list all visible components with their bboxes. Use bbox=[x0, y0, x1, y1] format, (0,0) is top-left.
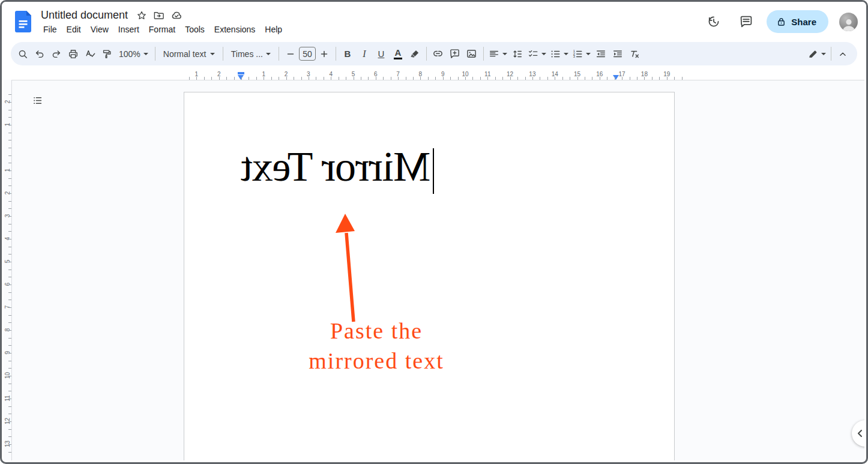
link-icon bbox=[432, 48, 444, 59]
title-block: Untitled document File bbox=[38, 8, 287, 35]
bulleted-list-button[interactable] bbox=[548, 46, 570, 62]
menu-view[interactable]: View bbox=[86, 23, 113, 35]
toolbar: 100% Normal text Times ... 50 B bbox=[11, 42, 857, 65]
vertical-ruler: 1212345678910111213 bbox=[4, 80, 11, 460]
header: Untitled document File bbox=[2, 2, 866, 41]
svg-text:3: 3 bbox=[573, 55, 575, 58]
hide-menus-button[interactable] bbox=[834, 46, 851, 62]
divider bbox=[155, 47, 155, 61]
italic-icon: I bbox=[363, 49, 366, 59]
italic-button[interactable]: I bbox=[356, 46, 373, 62]
annotation-line-2: mirrored text bbox=[262, 346, 490, 376]
align-left-icon bbox=[489, 49, 499, 59]
document-page[interactable]: Mirror Text Paste the mirrored text bbox=[184, 92, 675, 460]
cloud-saved-icon[interactable] bbox=[170, 10, 182, 22]
comment-icon bbox=[739, 14, 753, 29]
chevron-down-icon bbox=[143, 53, 148, 55]
mirrored-document-text[interactable]: Mirror Text bbox=[241, 143, 430, 191]
redo-button[interactable] bbox=[48, 46, 65, 62]
comments-button[interactable] bbox=[734, 10, 758, 34]
text-color-icon: A bbox=[394, 48, 403, 59]
image-icon bbox=[466, 48, 477, 59]
numbered-list-icon: 1 2 3 bbox=[572, 49, 583, 59]
underline-icon: U bbox=[378, 49, 385, 59]
menu-tools[interactable]: Tools bbox=[180, 23, 209, 35]
plus-icon bbox=[320, 50, 328, 58]
decrease-indent-button[interactable] bbox=[592, 46, 609, 62]
menu-bar: File Edit View Insert Format Tools Exten… bbox=[38, 23, 287, 35]
font-value: Times ... bbox=[231, 49, 263, 59]
text-color-button[interactable]: A bbox=[390, 46, 406, 62]
checklist-icon bbox=[528, 49, 538, 59]
checklist-button[interactable] bbox=[526, 46, 548, 62]
highlight-color-button[interactable] bbox=[406, 46, 423, 62]
editing-mode-button[interactable] bbox=[806, 46, 828, 62]
redo-icon bbox=[51, 49, 62, 59]
clear-formatting-button[interactable] bbox=[626, 46, 643, 62]
version-history-button[interactable] bbox=[702, 10, 726, 34]
line-spacing-button[interactable] bbox=[509, 46, 526, 62]
show-outline-button[interactable] bbox=[29, 92, 45, 108]
search-icon bbox=[17, 49, 28, 59]
paint-format-button[interactable] bbox=[98, 46, 115, 62]
document-title[interactable]: Untitled document bbox=[38, 8, 130, 23]
font-family-control[interactable]: Times ... bbox=[226, 46, 276, 62]
menu-help[interactable]: Help bbox=[260, 23, 287, 35]
share-label: Share bbox=[791, 17, 816, 27]
menu-extensions[interactable]: Extensions bbox=[209, 23, 260, 35]
chevron-down-icon bbox=[564, 53, 568, 55]
highlighter-icon bbox=[409, 49, 420, 59]
numbered-list-button[interactable]: 1 2 3 bbox=[570, 46, 592, 62]
side-panel-expand-button[interactable] bbox=[852, 420, 864, 447]
zoom-control[interactable]: 100% bbox=[115, 46, 152, 62]
underline-button[interactable]: U bbox=[373, 46, 390, 62]
print-button[interactable] bbox=[65, 46, 82, 62]
insert-link-button[interactable] bbox=[430, 46, 447, 62]
spellcheck-button[interactable] bbox=[82, 46, 98, 62]
search-menus-button[interactable] bbox=[14, 46, 31, 62]
lock-icon bbox=[776, 17, 786, 27]
text-cursor bbox=[433, 148, 434, 194]
menu-file[interactable]: File bbox=[38, 23, 62, 35]
paint-roller-icon bbox=[101, 49, 112, 59]
move-folder-icon[interactable] bbox=[153, 10, 164, 21]
chevron-down-icon bbox=[586, 53, 591, 55]
divider bbox=[831, 47, 831, 61]
spellcheck-icon bbox=[85, 49, 95, 59]
chevron-down-icon bbox=[210, 53, 215, 55]
insert-image-button[interactable] bbox=[463, 46, 480, 62]
decrease-indent-icon bbox=[595, 49, 606, 59]
docs-logo-icon[interactable] bbox=[15, 11, 31, 32]
right-indent-marker[interactable] bbox=[613, 75, 619, 80]
share-button[interactable]: Share bbox=[767, 10, 828, 33]
undo-button[interactable] bbox=[31, 46, 48, 62]
undo-icon bbox=[34, 49, 45, 59]
increase-font-size-button[interactable] bbox=[316, 46, 333, 62]
chevron-left-icon bbox=[854, 427, 864, 439]
font-size-input[interactable]: 50 bbox=[299, 47, 316, 61]
toolbar-row: 100% Normal text Times ... 50 B bbox=[2, 41, 866, 67]
star-icon[interactable] bbox=[136, 10, 147, 21]
bold-button[interactable]: B bbox=[339, 46, 356, 62]
menu-insert[interactable]: Insert bbox=[113, 23, 144, 35]
styles-value: Normal text bbox=[163, 49, 206, 59]
minus-icon bbox=[286, 50, 295, 58]
annotation-arrow bbox=[330, 211, 366, 325]
add-comment-button[interactable] bbox=[447, 46, 463, 62]
chevron-down-icon bbox=[266, 53, 271, 55]
divider bbox=[223, 47, 223, 61]
divider bbox=[336, 47, 336, 61]
chevron-down-icon bbox=[502, 53, 507, 55]
menu-edit[interactable]: Edit bbox=[62, 23, 86, 35]
menu-format[interactable]: Format bbox=[144, 23, 180, 35]
clear-formatting-icon bbox=[629, 49, 640, 59]
history-icon bbox=[707, 14, 721, 29]
paragraph-styles-control[interactable]: Normal text bbox=[158, 46, 220, 62]
divider bbox=[426, 47, 427, 61]
increase-indent-icon bbox=[612, 49, 623, 59]
editor-canvas: Mirror Text Paste the mirrored text bbox=[11, 80, 864, 460]
decrease-font-size-button[interactable] bbox=[282, 46, 299, 62]
increase-indent-button[interactable] bbox=[609, 46, 626, 62]
avatar[interactable] bbox=[839, 13, 858, 31]
align-button[interactable] bbox=[487, 46, 509, 62]
